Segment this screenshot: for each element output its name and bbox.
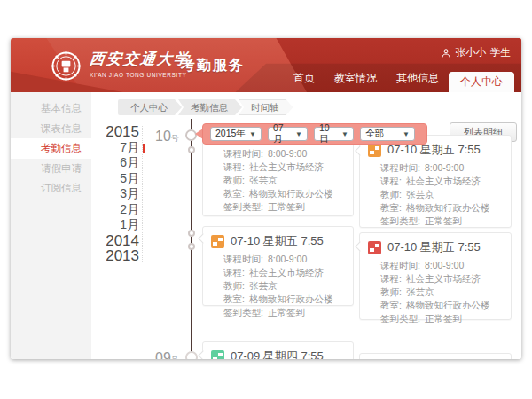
scale-month[interactable]: 2月 [91,202,139,218]
card-row: 课程:社会主义市场经济 [223,266,353,279]
university-name-cn: 西安交通大学 [89,49,192,69]
scale-year[interactable]: 2014 [91,233,139,249]
day-marker-10: 10号 [155,129,179,145]
scale-year[interactable]: 2015 [91,124,139,140]
sidebar-item-leave-request[interactable]: 请假申请 [11,159,91,179]
calendar-green-icon [211,350,224,360]
nav-item-home[interactable]: 首页 [284,71,325,92]
attendance-card[interactable]: 07-10 星期五 7:55 课程时间:8:00-9:00 课程:社会主义市场经… [359,135,512,228]
timeline-node [185,351,198,359]
user-info[interactable]: 张小小 学生 [441,46,512,59]
content-area: 个人中心 考勤信息 时间轴 2015 7月 6月 5月 3月 2月 1月 201… [91,92,521,359]
calendar-red-icon [368,241,381,254]
attendance-card[interactable]: 07-10 星期五 7:55 课程时间:8:00-9:00 课程:社会主义市场经… [359,232,512,320]
attendance-card[interactable]: 07-09 星期四 7:55 [202,341,354,359]
nav-item-other-info[interactable]: 其他信息 [387,71,449,92]
user-role: 学生 [490,46,511,59]
card-row: 签到类型:正常签到 [380,215,511,228]
scale-month[interactable]: 1月 [91,217,139,233]
day-marker-09: 09号 [155,350,179,359]
university-name-en: XI'AN JIAO TONG UNIVERSITY [90,72,191,78]
card-title: 07-10 星期五 7:55 [387,239,481,255]
card-row: 教室:格物致知行政办公楼 [223,293,353,306]
sidebar-item-basic-info[interactable]: 基本信息 [11,98,91,119]
app-header: 西安交通大学 XI'AN JIAO TONG UNIVERSITY 考勤服务 张… [11,38,521,92]
calendar-orange-icon [211,235,224,248]
app-window: 西安交通大学 XI'AN JIAO TONG UNIVERSITY 考勤服务 张… [11,38,521,359]
card-row: 教师:张芸京 [223,174,353,187]
page-body: 基本信息 课表信息 考勤信息 请假申请 订阅信息 个人中心 考勤信息 时间轴 2… [11,92,521,359]
person-icon [441,48,451,59]
timeline-node [188,230,195,237]
card-row: 课程:社会主义市场经济 [380,175,511,188]
card-row: 教师:张芸京 [380,188,511,201]
university-logo: 西安交通大学 XI'AN JIAO TONG UNIVERSITY [51,49,191,82]
app-title: 考勤服务 [181,57,245,75]
card-row: 签到类型:正常签到 [223,200,353,214]
card-row: 教师:张芸京 [380,286,511,299]
filter-bar: 2015年▼ 07月▼ 10日▼ 全部▼ [202,123,427,145]
sidebar-item-subscription-info[interactable]: 订阅信息 [11,178,91,199]
scale-month[interactable]: 5月 [91,171,139,187]
scale-year[interactable]: 2013 [91,248,139,264]
sidebar: 基本信息 课表信息 考勤信息 请假申请 订阅信息 [11,92,91,359]
year-select[interactable]: 2015年▼ [210,127,262,141]
nav-item-personal-center[interactable]: 个人中心 [449,72,514,92]
card-row: 教室:格物致知行政办公楼 [380,299,511,312]
type-select[interactable]: 全部▼ [360,127,415,141]
scale-month[interactable]: 6月 [91,155,139,171]
breadcrumb-timeline[interactable]: 时间轴 [239,99,293,115]
nav-item-classrooms[interactable]: 教室情况 [325,71,387,92]
user-name: 张小小 [456,46,487,59]
breadcrumb: 个人中心 考勤信息 时间轴 [118,99,293,115]
day-select[interactable]: 10日▼ [314,127,354,141]
chevron-down-icon: ▼ [403,130,410,138]
card-row: 课程时间:8:00-9:00 [380,259,511,272]
chevron-down-icon: ▼ [249,130,256,138]
card-row: 课程时间:8:00-9:00 [223,253,353,266]
timeline-axis [191,119,192,359]
card-title: 07-09 星期四 7:55 [231,348,324,359]
timeline-scale: 2015 7月 6月 5月 3月 2月 1月 2014 2013 [91,124,139,264]
timeline-node [188,243,195,250]
scale-month[interactable]: 3月 [91,186,139,202]
card-row: 课程时间:8:00-9:00 [223,147,353,160]
card-row: 课程:社会主义市场经济 [223,160,353,174]
sidebar-item-attendance-info[interactable]: 考勤信息 [11,138,91,159]
scale-month[interactable]: 7月 [91,140,139,156]
breadcrumb-attendance-info[interactable]: 考勤信息 [178,99,242,115]
attendance-card[interactable] [359,353,512,359]
breadcrumb-personal-center[interactable]: 个人中心 [118,99,182,115]
card-row: 教室:格物致知行政办公楼 [380,201,511,215]
card-row: 签到类型:正常签到 [380,312,511,325]
university-emblem-icon [51,51,82,82]
chevron-down-icon: ▼ [295,130,302,138]
main-nav: 首页 教室情况 其他信息 个人中心 [284,71,514,92]
sidebar-item-timetable-info[interactable]: 课表信息 [11,119,91,139]
card-row: 教师:张芸京 [223,279,353,293]
chevron-down-icon: ▼ [341,130,348,138]
card-row: 签到类型:正常签到 [223,306,353,319]
current-month-cursor [143,144,145,153]
attendance-card[interactable]: 07-10 星期五 7:55 课程时间:8:00-9:00 课程:社会主义市场经… [202,226,354,306]
scale-separator [142,126,143,262]
month-select[interactable]: 07月▼ [268,127,308,141]
card-row: 教室:格物致知行政办公楼 [223,187,353,200]
calendar-orange-icon [368,144,381,157]
card-row: 课程:社会主义市场经济 [380,272,511,286]
card-row: 课程时间:8:00-9:00 [380,161,511,175]
timeline-node [188,146,195,153]
attendance-card[interactable]: 课程时间:8:00-9:00 课程:社会主义市场经济 教师:张芸京 教室:格物致… [202,133,354,216]
card-title: 07-10 星期五 7:55 [231,233,324,249]
